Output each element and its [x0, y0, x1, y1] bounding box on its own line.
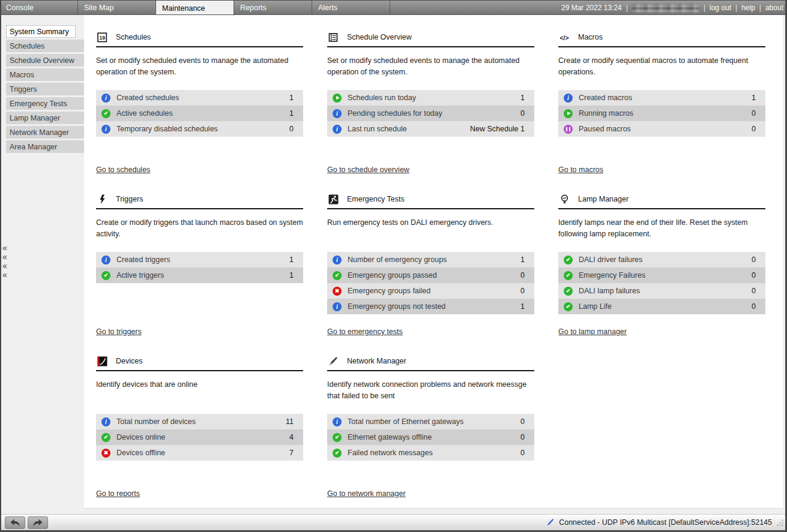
- back-arrow-icon: [9, 519, 21, 527]
- calendar-19-icon: 19: [96, 32, 108, 43]
- tab-maintenance[interactable]: Maintenance: [156, 1, 234, 16]
- resize-grip[interactable]: [776, 518, 784, 529]
- sidebar-item-network-manager[interactable]: Network Manager: [6, 126, 84, 139]
- card-description: Run emergency tests on DALI emergency dr…: [327, 217, 534, 229]
- stats-table: Schedules run today1iPending schedules f…: [327, 90, 534, 137]
- info-icon: i: [333, 109, 342, 118]
- card-title: Devices: [116, 357, 142, 365]
- help-link[interactable]: help: [741, 4, 755, 12]
- card-header: Emergency Tests: [327, 193, 405, 205]
- sidebar-item-area-manager[interactable]: Area Manager: [6, 140, 84, 153]
- card-schedule-overview: Schedule OverviewSet or modify scheduled…: [327, 29, 534, 191]
- pause-icon: [564, 125, 573, 134]
- card-title: Lamp Manager: [578, 195, 629, 203]
- lightning-bolt-icon: [96, 194, 108, 205]
- card-description: Set or modify scheduled events to manage…: [96, 55, 303, 78]
- network-pencil-icon: [327, 356, 339, 366]
- check-icon: ✔: [101, 433, 110, 442]
- stats-table: iTotal number of devices11✔Devices onlin…: [96, 414, 303, 461]
- check-icon: ✔: [564, 256, 573, 265]
- stat-row: ✔Emergency groups passed0: [327, 267, 534, 283]
- code-icon: </>: [558, 32, 570, 43]
- stat-value: 1: [289, 109, 294, 118]
- card-title: Triggers: [116, 195, 143, 203]
- connection-status-text: Connected - UDP IPv6 Multicast [DefaultS…: [559, 518, 772, 527]
- go-to-link[interactable]: Go to schedule overview: [327, 166, 409, 174]
- go-to-link[interactable]: Go to triggers: [96, 327, 142, 336]
- go-to-link[interactable]: Go to emergency tests: [327, 327, 403, 336]
- check-icon: ✔: [564, 302, 573, 311]
- play-icon: [564, 109, 573, 118]
- sidebar-item-schedules[interactable]: Schedules: [6, 40, 84, 52]
- stat-value: 11: [286, 417, 294, 426]
- stat-value: 0: [752, 109, 756, 118]
- logout-link[interactable]: log out: [710, 4, 731, 12]
- stat-value: 1: [520, 302, 525, 311]
- sidebar-item-macros[interactable]: Macros: [6, 68, 84, 81]
- card-divider: [327, 46, 534, 47]
- go-to-link[interactable]: Go to network manager: [327, 489, 406, 498]
- stat-value: 0: [520, 287, 525, 295]
- tab-reports[interactable]: Reports: [234, 1, 312, 15]
- go-to-link[interactable]: Go to macros: [558, 166, 603, 174]
- info-icon: i: [101, 256, 110, 265]
- card-description: Set or modify scheduled events to manage…: [327, 55, 534, 78]
- forward-button[interactable]: [28, 516, 48, 529]
- stat-label: Schedules run today: [348, 94, 520, 102]
- sidebar-item-emergency-tests[interactable]: Emergency Tests: [6, 97, 84, 110]
- stat-label: Created schedules: [116, 94, 289, 102]
- tab-alerts[interactable]: Alerts: [312, 1, 390, 15]
- stat-label: DALI lamp failures: [579, 287, 752, 295]
- stat-row: iNumber of emergency groups1: [327, 252, 534, 267]
- status-bar: Connected - UDP IPv6 Multicast [DefaultS…: [1, 514, 785, 530]
- card-header: Triggers: [96, 193, 143, 205]
- stat-label: Active triggers: [116, 271, 289, 279]
- stat-value: 0: [520, 449, 525, 457]
- separator: |: [704, 4, 705, 12]
- separator: |: [626, 4, 628, 12]
- window-border-left: [0, 0, 1, 532]
- stat-label: Failed network messages: [348, 449, 520, 457]
- stat-value: 0: [520, 271, 525, 279]
- sidebar-item-schedule-overview[interactable]: Schedule Overview: [6, 54, 84, 67]
- card-divider: [327, 370, 534, 371]
- card-title: Macros: [578, 33, 603, 41]
- stat-label: Pending schedules for today: [348, 109, 520, 118]
- stat-value: 0: [752, 302, 756, 311]
- sidebar-item-triggers[interactable]: Triggers: [6, 83, 84, 95]
- back-button[interactable]: [5, 516, 25, 529]
- stat-row: ✔DALI driver failures0: [558, 252, 765, 267]
- card-title: Emergency Tests: [347, 195, 405, 203]
- sidebar-collapse-splitter[interactable]: « « « «: [1, 14, 8, 509]
- go-to-link[interactable]: Go to reports: [96, 489, 140, 498]
- tab-site-map[interactable]: Site Map: [78, 1, 156, 15]
- about-link[interactable]: about: [765, 4, 783, 12]
- check-icon: ✔: [101, 271, 110, 280]
- stat-value: 0: [520, 109, 525, 118]
- stats-table: ✔DALI driver failures0✔Emergency Failure…: [558, 252, 765, 314]
- go-to-link[interactable]: Go to schedules: [96, 166, 150, 174]
- stat-value: 0: [752, 125, 756, 133]
- stat-row: iCreated schedules1: [96, 90, 303, 106]
- card-header: </>Macros: [558, 31, 603, 43]
- sidebar-item-lamp-manager[interactable]: Lamp Manager: [6, 112, 84, 124]
- stat-row: ✔Emergency Failures0: [558, 267, 765, 283]
- go-to-link[interactable]: Go to lamp manager: [558, 327, 627, 336]
- sidebar-item-system-summary[interactable]: System Summary: [6, 25, 76, 38]
- card-divider: [327, 208, 534, 209]
- stat-value: 4: [289, 433, 294, 441]
- tab-console[interactable]: Console: [0, 1, 78, 15]
- stat-label: Devices online: [116, 433, 289, 441]
- check-icon: ✔: [564, 287, 573, 296]
- stat-row: ✖Emergency groups failed0: [327, 283, 534, 299]
- separator: |: [735, 4, 737, 12]
- running-exit-icon: [327, 194, 339, 205]
- stat-label: Ethernet gateways offline: [348, 433, 520, 441]
- stat-label: Temporary disabled schedules: [116, 125, 289, 133]
- datetime-label: 29 Mar 2022 13:24: [561, 4, 622, 12]
- stat-row: Schedules run today1: [327, 90, 534, 106]
- tabbar-bottom-line: [0, 14, 787, 15]
- fail-icon: ✖: [101, 449, 110, 458]
- stat-value: 1: [289, 271, 294, 279]
- card-triggers: TriggersCreate or modify triggers that l…: [96, 191, 303, 353]
